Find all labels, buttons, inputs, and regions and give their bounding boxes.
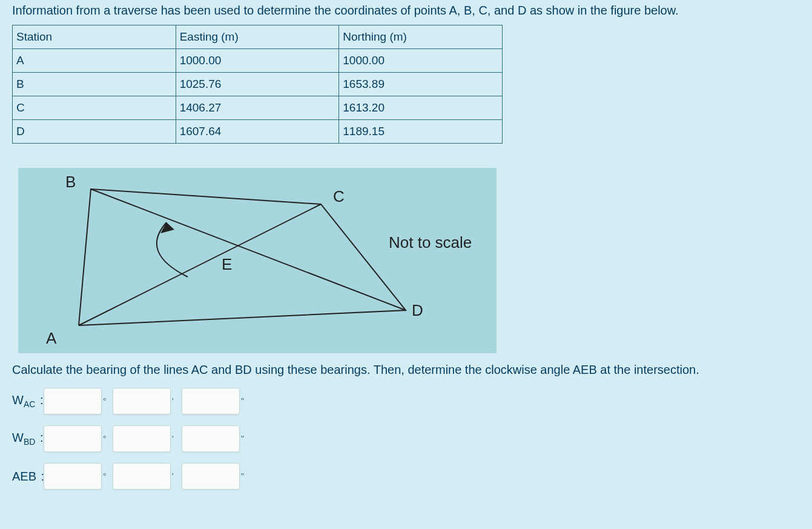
header-station: Station	[13, 25, 176, 49]
wac-seconds-input[interactable]	[182, 388, 240, 414]
figure-label-e: E	[222, 255, 232, 274]
cell-station: D	[13, 120, 176, 144]
traverse-figure: A B C D E Not to scale	[18, 168, 497, 353]
minute-unit: '	[172, 471, 177, 481]
second-unit: "	[241, 396, 246, 406]
cell-northing: 1613.20	[339, 96, 503, 120]
answer-row-wbd: WBD : ° ' "	[12, 425, 800, 452]
cell-station: B	[13, 73, 176, 96]
angle-arrow-icon	[157, 222, 188, 277]
cell-station: A	[13, 49, 176, 73]
table-header-row: Station Easting (m) Northing (m)	[13, 25, 503, 49]
minute-unit: '	[172, 396, 177, 406]
question-text: Calculate the bearing of the lines AC an…	[12, 363, 800, 377]
polygon-abcd	[79, 189, 406, 325]
line-bd	[91, 189, 406, 310]
figure-label-b: B	[65, 173, 76, 191]
cell-easting: 1000.00	[176, 49, 339, 73]
table-row: D 1607.64 1189.15	[13, 120, 503, 144]
cell-station: C	[13, 96, 176, 120]
degree-unit: °	[103, 434, 108, 444]
cell-northing: 1653.89	[339, 73, 503, 96]
answer-row-aeb: AEB : ° ' "	[12, 463, 800, 490]
label-wac: WAC :	[12, 393, 44, 409]
figure-label-d: D	[412, 301, 423, 320]
figure-label-a: A	[46, 329, 56, 348]
cell-easting: 1607.64	[176, 120, 339, 144]
figure-note: Not to scale	[389, 233, 472, 252]
second-unit: "	[241, 434, 246, 444]
wbd-seconds-input[interactable]	[182, 425, 240, 452]
aeb-seconds-input[interactable]	[182, 463, 240, 490]
degree-unit: °	[103, 396, 108, 406]
header-easting: Easting (m)	[176, 25, 339, 49]
dms-group-wac: ° ' "	[44, 388, 251, 414]
dms-group-aeb: ° ' "	[44, 463, 251, 490]
table-row: C 1406.27 1613.20	[13, 96, 503, 120]
answer-row-wac: WAC : ° ' "	[12, 388, 800, 414]
intro-text: Information from a traverse has been use…	[12, 4, 800, 18]
header-northing: Northing (m)	[339, 25, 503, 49]
degree-unit: °	[103, 471, 108, 481]
aeb-minutes-input[interactable]	[113, 463, 171, 490]
coordinates-table: Station Easting (m) Northing (m) A 1000.…	[12, 25, 503, 144]
minute-unit: '	[172, 434, 177, 444]
label-aeb: AEB :	[12, 470, 44, 484]
table-row: A 1000.00 1000.00	[13, 49, 503, 73]
cell-easting: 1025.76	[176, 73, 339, 96]
wbd-degrees-input[interactable]	[44, 425, 102, 452]
aeb-degrees-input[interactable]	[44, 463, 102, 490]
cell-easting: 1406.27	[176, 96, 339, 120]
dms-group-wbd: ° ' "	[44, 425, 251, 452]
table-row: B 1025.76 1653.89	[13, 73, 503, 96]
cell-northing: 1189.15	[339, 120, 503, 144]
figure-svg	[18, 168, 497, 353]
line-ac	[79, 204, 321, 325]
cell-northing: 1000.00	[339, 49, 503, 73]
wbd-minutes-input[interactable]	[113, 425, 171, 452]
wac-minutes-input[interactable]	[113, 388, 171, 414]
label-wbd: WBD :	[12, 431, 44, 447]
second-unit: "	[241, 471, 246, 481]
figure-label-c: C	[333, 187, 345, 206]
wac-degrees-input[interactable]	[44, 388, 102, 414]
